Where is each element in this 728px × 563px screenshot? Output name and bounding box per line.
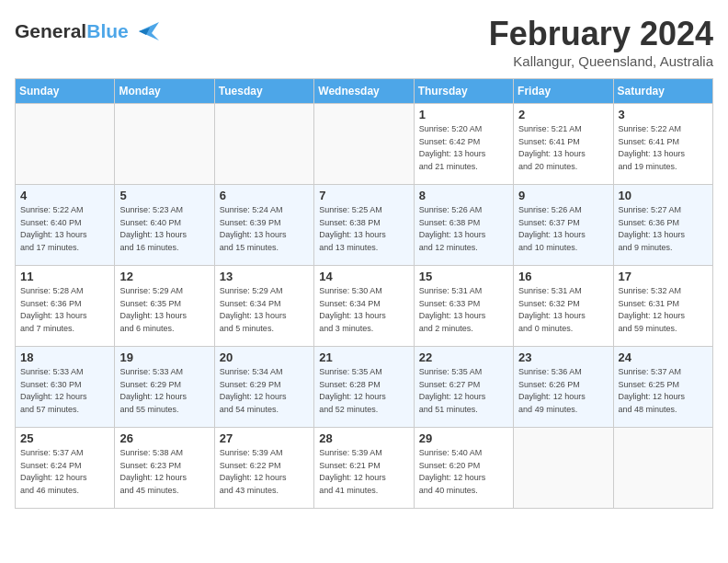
calendar-row: 18Sunrise: 5:33 AMSunset: 6:30 PMDayligh… [16,347,713,428]
day-info-line: Sunrise: 5:24 AM [220,204,309,217]
day-info-line: Sunrise: 5:39 AM [220,447,309,460]
calendar-cell: 4Sunrise: 5:22 AMSunset: 6:40 PMDaylight… [16,185,115,266]
day-info-line: Daylight: 12 hours [20,472,109,485]
day-info-line: Daylight: 12 hours [220,391,309,404]
calendar-cell: 3Sunrise: 5:22 AMSunset: 6:41 PMDaylight… [613,104,712,185]
day-info-line: Sunset: 6:36 PM [619,217,708,230]
day-info-line: Sunset: 6:40 PM [119,217,209,230]
calendar: SundayMondayTuesdayWednesdayThursdayFrid… [15,78,713,509]
day-info-line: Sunset: 6:33 PM [419,298,508,311]
day-info-line: and 10 minutes. [518,242,608,255]
day-info-line: Sunrise: 5:25 AM [319,204,408,217]
day-info-line: Sunset: 6:29 PM [220,379,309,392]
title-block: February 2024 Kallangur, Queensland, Aus… [489,15,713,69]
day-info-line: Sunrise: 5:34 AM [220,366,309,379]
day-info-line: and 3 minutes. [319,323,408,336]
calendar-cell: 14Sunrise: 5:30 AMSunset: 6:34 PMDayligh… [314,266,414,347]
day-info-line: Daylight: 12 hours [319,472,408,485]
day-info-line: Sunset: 6:37 PM [518,217,608,230]
day-info-line: Sunset: 6:31 PM [619,298,708,311]
calendar-cell: 15Sunrise: 5:31 AMSunset: 6:33 PMDayligh… [414,266,513,347]
day-info-line: and 17 minutes. [20,242,109,255]
day-info-line: Daylight: 12 hours [119,391,209,404]
day-number: 24 [619,350,708,364]
day-info-line: Sunrise: 5:27 AM [619,204,708,217]
logo-bird-icon [131,18,159,44]
calendar-cell: 9Sunrise: 5:26 AMSunset: 6:37 PMDaylight… [514,185,613,266]
day-number: 8 [419,189,508,202]
day-info-line: Sunset: 6:27 PM [419,379,508,392]
day-number: 25 [20,431,109,445]
day-info-line: and 54 minutes. [220,404,309,417]
day-info-line: Sunset: 6:30 PM [20,379,109,392]
calendar-cell: 6Sunrise: 5:24 AMSunset: 6:39 PMDaylight… [214,185,313,266]
calendar-cell: 1Sunrise: 5:20 AMSunset: 6:42 PMDaylight… [414,104,513,185]
day-info-line: Sunset: 6:26 PM [518,379,608,392]
day-info-line: Daylight: 12 hours [619,391,708,404]
logo-text: GeneralBlue [15,20,129,41]
day-info-line: Daylight: 13 hours [220,310,309,323]
day-info-line: and 49 minutes. [518,404,608,417]
day-number: 7 [319,189,408,202]
day-info-line: Sunset: 6:38 PM [419,217,508,230]
day-info-line: Sunrise: 5:28 AM [20,285,109,298]
day-info-line: Sunrise: 5:20 AM [419,123,508,136]
calendar-cell: 8Sunrise: 5:26 AMSunset: 6:38 PMDaylight… [414,185,513,266]
day-number: 19 [119,350,209,364]
day-info-line: Sunrise: 5:36 AM [518,366,608,379]
day-info-line: and 5 minutes. [220,323,309,336]
day-info-line: Sunrise: 5:32 AM [619,285,708,298]
day-info-line: Sunset: 6:24 PM [20,460,109,473]
day-info-line: and 45 minutes. [119,485,209,498]
day-info-line: Daylight: 12 hours [20,391,109,404]
day-number: 27 [220,431,309,445]
day-info-line: Daylight: 13 hours [119,229,209,242]
day-info-line: Daylight: 13 hours [319,229,408,242]
day-info-line: Daylight: 12 hours [419,391,508,404]
day-info-line: Sunrise: 5:22 AM [619,123,708,136]
calendar-cell: 5Sunrise: 5:23 AMSunset: 6:40 PMDaylight… [115,185,214,266]
day-info-line: Sunset: 6:41 PM [518,136,608,149]
day-info-line: Sunset: 6:41 PM [619,136,708,149]
day-header-thursday: Thursday [414,79,513,104]
day-header-sunday: Sunday [16,79,115,104]
calendar-cell: 26Sunrise: 5:38 AMSunset: 6:23 PMDayligh… [115,428,214,509]
day-header-friday: Friday [514,79,613,104]
day-info-line: Daylight: 13 hours [419,310,508,323]
calendar-cell [214,104,313,185]
calendar-cell: 13Sunrise: 5:29 AMSunset: 6:34 PMDayligh… [214,266,313,347]
day-number: 4 [20,189,109,202]
day-info-line: Sunrise: 5:38 AM [119,447,209,460]
day-info-line: Sunrise: 5:30 AM [319,285,408,298]
day-info-line: Sunrise: 5:23 AM [119,204,209,217]
day-info-line: Sunset: 6:35 PM [119,298,209,311]
page-header: GeneralBlue February 2024 Kallangur, Que… [15,15,713,69]
calendar-cell: 10Sunrise: 5:27 AMSunset: 6:36 PMDayligh… [613,185,712,266]
day-info-line: Sunset: 6:38 PM [319,217,408,230]
calendar-cell: 27Sunrise: 5:39 AMSunset: 6:22 PMDayligh… [214,428,313,509]
day-info-line: and 0 minutes. [518,323,608,336]
calendar-cell: 20Sunrise: 5:34 AMSunset: 6:29 PMDayligh… [214,347,313,428]
day-info-line: Sunset: 6:34 PM [220,298,309,311]
day-info-line: and 59 minutes. [619,323,708,336]
day-info-line: Daylight: 13 hours [119,310,209,323]
day-info-line: Daylight: 13 hours [319,310,408,323]
day-info-line: Sunrise: 5:40 AM [419,447,508,460]
day-info-line: Sunrise: 5:26 AM [518,204,608,217]
day-number: 11 [20,270,109,283]
day-info-line: and 51 minutes. [419,404,508,417]
calendar-cell: 17Sunrise: 5:32 AMSunset: 6:31 PMDayligh… [613,266,712,347]
day-info-line: Daylight: 12 hours [419,472,508,485]
day-info-line: Sunset: 6:40 PM [20,217,109,230]
day-info-line: Sunrise: 5:31 AM [419,285,508,298]
day-info-line: Sunset: 6:20 PM [419,460,508,473]
day-info-line: Sunset: 6:39 PM [220,217,309,230]
day-info-line: Sunset: 6:32 PM [518,298,608,311]
day-number: 23 [518,350,608,364]
calendar-cell: 23Sunrise: 5:36 AMSunset: 6:26 PMDayligh… [514,347,613,428]
day-info-line: Sunrise: 5:26 AM [419,204,508,217]
calendar-cell: 25Sunrise: 5:37 AMSunset: 6:24 PMDayligh… [16,428,115,509]
day-info-line: and 41 minutes. [319,485,408,498]
day-info-line: Sunset: 6:22 PM [220,460,309,473]
calendar-cell: 28Sunrise: 5:39 AMSunset: 6:21 PMDayligh… [314,428,414,509]
